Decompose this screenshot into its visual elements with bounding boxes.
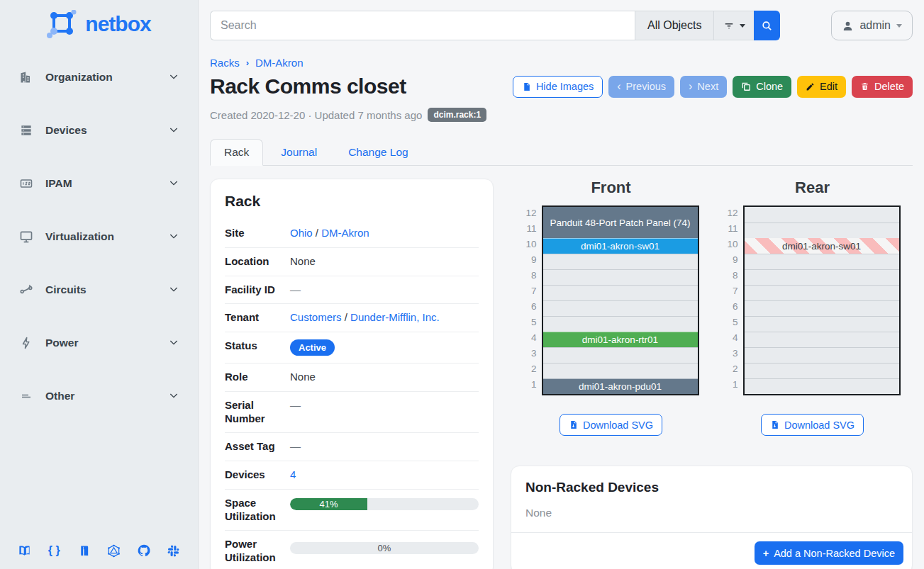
front-download-svg-button[interactable]: Download SVG [560,414,662,436]
location-value: None [290,255,479,267]
sidebar-item-other[interactable]: Other [0,381,198,411]
breadcrumb-site-link[interactable]: DM-Akron [255,57,304,69]
netbox-logo[interactable]: netbox [0,0,198,43]
front-rack-units: Panduit 48-Port Patch Panel (74)dmi01-ak… [542,205,699,395]
user-menu-button[interactable]: admin [831,11,913,40]
unit-number: 5 [523,315,537,330]
username-label: admin [859,19,891,32]
rack-card-title: Rack [225,193,479,210]
search-submit-button[interactable] [754,11,780,40]
sidebar-item-circuits[interactable]: Circuits [0,275,198,305]
unit-number: 12 [725,205,738,221]
chevron-down-icon [168,283,179,297]
info-row-status: Status Active [225,332,479,364]
rack-unit-empty [543,269,698,285]
search-group: All Objects [210,11,780,40]
status-badge[interactable]: Active [290,339,335,356]
code-braces-icon[interactable]: { } [47,543,61,558]
power-utilization-bar: 0% [290,542,479,554]
rear-rack-units: dmi01-akron-sw01 [743,205,901,395]
hide-images-button[interactable]: Hide Images [513,76,603,98]
search-filter-button[interactable] [713,11,754,40]
non-racked-devices-empty-text: None [511,495,912,532]
rack-unit-empty [745,269,899,285]
non-racked-devices-title: Non-Racked Devices [511,466,912,495]
book-icon[interactable] [77,543,91,558]
delete-button[interactable]: Delete [852,76,913,98]
sidebar-item-label: Organization [45,71,157,84]
rack-device-dmi01-akron-pdu01[interactable]: dmi01-akron-pdu01 [543,378,698,394]
front-download-row: Download SVG [560,414,662,436]
clone-button[interactable]: Clone [733,76,791,98]
rear-download-svg-button[interactable]: Download SVG [761,414,864,436]
sidebar-item-ipam[interactable]: IPAM [0,169,198,198]
unit-number: 1 [523,377,537,393]
info-row-location: Location None [225,248,479,276]
search-input[interactable] [210,11,635,40]
object-id-badge[interactable]: dcim.rack:1 [428,108,486,122]
unit-number: 11 [725,221,738,237]
site-separator: / [316,227,318,239]
rack-device-dmi01-akron-rtr01[interactable]: dmi01-akron-rtr01 [543,332,698,347]
breadcrumb-racks-link[interactable]: Racks [210,57,240,69]
chevron-down-icon [168,390,179,403]
server-icon [18,123,34,138]
unit-number: 8 [523,268,537,283]
rack-device-dmi01-akron-sw01[interactable]: dmi01-akron-sw01 [543,238,698,254]
unit-number: 7 [725,283,738,299]
rack-unit-empty [745,207,899,222]
rack-unit-empty [543,316,698,332]
rack-unit-empty [543,300,698,316]
unit-number: 3 [725,346,738,361]
sidebar-footer: { } [0,532,198,569]
space-utilization-bar: 41% [290,498,479,510]
rack-device-dmi01-akron-sw01[interactable]: dmi01-akron-sw01 [745,238,899,254]
sidebar-item-organization[interactable]: Organization [0,62,198,92]
tab-change-log[interactable]: Change Log [335,140,421,165]
edit-label: Edit [820,81,837,92]
page-title: Rack Comms closet [210,74,406,98]
tab-rack[interactable]: Rack [210,139,263,166]
sidebar-item-power[interactable]: Power [0,328,198,358]
download-svg-label: Download SVG [583,419,653,431]
devices-label: Devices [225,468,290,482]
rack-unit-empty [745,363,899,378]
plus-icon: + [763,548,769,559]
chevron-down-icon [896,24,902,28]
info-row-facility-id: Facility ID — [225,276,479,305]
asset-tag-label: Asset Tag [225,440,290,453]
site-link[interactable]: DM-Akron [321,227,369,239]
rear-elevation: Rear 121110987654321 dmi01-akron-sw01 Do… [712,179,913,436]
clone-label: Clone [756,81,783,92]
image-file-icon [522,81,531,92]
add-non-racked-device-button[interactable]: + Add a Non-Racked Device [755,541,903,565]
unit-number: 11 [523,221,537,237]
slack-icon[interactable] [167,543,181,558]
meta-row: Created 2020-12-20 · Updated 7 months ag… [210,108,913,122]
edit-button[interactable]: Edit [797,76,846,98]
graphql-icon[interactable] [107,543,121,558]
github-icon[interactable] [137,543,151,558]
sidebar-item-label: Power [45,337,157,349]
sidebar-item-devices[interactable]: Devices [0,116,198,145]
docs-icon[interactable] [17,543,31,558]
file-download-icon [770,419,779,430]
rack-device-Panduit 48-Port Patch Panel (74)[interactable]: Panduit 48-Port Patch Panel (74) [543,207,698,238]
sidebar-item-label: Virtualization [45,230,157,243]
tenant-link[interactable]: Dunder-Mifflin, Inc. [350,311,440,323]
facility-id-value: — [290,283,479,295]
tenant-group-link[interactable]: Customers [290,311,342,323]
unit-number: 8 [725,268,738,283]
sidebar-item-virtualization[interactable]: Virtualization [0,222,198,252]
unit-number: 7 [523,283,537,299]
site-group-link[interactable]: Ohio [290,227,313,239]
next-button[interactable]: › Next [680,76,727,98]
rack-unit-empty [745,347,899,363]
devices-count-link[interactable]: 4 [290,468,296,480]
power-utilization-label: Power Utilization [225,538,290,565]
copy-icon [741,81,751,91]
space-utilization-label: Space Utilization [225,497,290,524]
previous-button[interactable]: ‹ Previous [608,76,674,98]
search-scope-button[interactable]: All Objects [635,11,713,40]
tab-journal[interactable]: Journal [267,140,330,165]
